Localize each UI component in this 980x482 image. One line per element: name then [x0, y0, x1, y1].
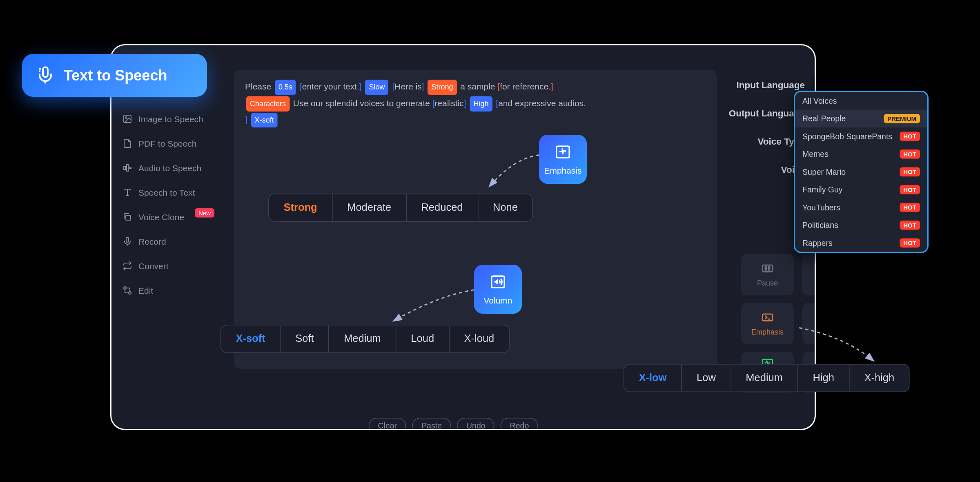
text-to-speech-badge: Text to Speech	[22, 54, 207, 97]
mic-icon	[36, 66, 55, 85]
voice-dropdown-label: Family Guy	[802, 185, 843, 194]
editor-text: a sample	[460, 82, 497, 91]
hot-badge: HOT	[900, 132, 920, 141]
pitch-options: X-low Low Medium High X-high	[624, 364, 910, 392]
mic-icon	[122, 237, 132, 246]
pitch-option-xhigh[interactable]: X-high	[849, 365, 909, 392]
svg-rect-4	[129, 167, 131, 169]
svg-point-8	[129, 292, 131, 294]
emphasis-icon	[555, 143, 572, 161]
voice-dropdown-item[interactable]: PoliticiansHOT	[795, 216, 927, 234]
sidebar-item-convert[interactable]: Convert	[111, 254, 225, 278]
pitch-option-low[interactable]: Low	[682, 365, 731, 392]
voice-dropdown-item[interactable]: All Voices	[795, 92, 927, 110]
text-icon	[122, 187, 132, 197]
sidebar-item-speech-to-text[interactable]: Speech to Text	[111, 180, 225, 205]
emphasis-option-reduced[interactable]: Reduced	[406, 194, 478, 221]
svg-point-1	[125, 117, 127, 118]
sidebar: Image to Speech PDF to Speech Audio to S…	[111, 100, 225, 309]
emphasis-option-strong[interactable]: Strong	[269, 194, 333, 221]
voice-dropdown-item[interactable]: MemesHOT	[795, 145, 927, 163]
bracket: ]	[359, 82, 362, 91]
sidebar-item-label: Voice Clone	[138, 212, 184, 222]
redo-button[interactable]: Redo	[501, 418, 538, 430]
field-label: Input Language	[724, 79, 813, 90]
undo-button[interactable]: Undo	[457, 418, 494, 430]
volumn-option-xloud[interactable]: X-loud	[450, 326, 509, 353]
voice-dropdown-item[interactable]: Super MarioHOT	[795, 163, 927, 181]
sidebar-item-edit[interactable]: Edit	[111, 278, 225, 303]
sidebar-item-audio-to-speech[interactable]: Audio to Speech	[111, 156, 225, 180]
voice-dropdown-label: Politicians	[802, 221, 838, 230]
audio-icon	[122, 163, 132, 173]
paste-button[interactable]: Paste	[412, 418, 451, 430]
premium-badge: PREMIUM	[884, 114, 920, 123]
characters-tag[interactable]: Characters	[246, 96, 290, 111]
voice-dropdown-item[interactable]: RappersHOT	[795, 234, 927, 252]
emphasis-callout: Emphasis	[539, 135, 587, 184]
pause-icon	[761, 262, 774, 275]
svg-rect-11	[768, 267, 770, 270]
svg-point-7	[124, 287, 126, 289]
voice-dropdown-label: Super Mario	[802, 167, 846, 177]
sidebar-item-label: Edit	[138, 286, 153, 295]
sidebar-item-label: Record	[138, 237, 166, 246]
voice-dropdown-label: All Voices	[802, 96, 837, 106]
pdf-icon	[122, 138, 132, 148]
sidebar-item-voice-clone[interactable]: Voice Clone New	[111, 205, 225, 229]
editor-text: Please	[245, 82, 274, 91]
volumn-option-medium[interactable]: Medium	[329, 326, 396, 353]
pitch-option-xlow[interactable]: X-low	[624, 365, 682, 392]
tool-sayas[interactable]: abc Say as	[802, 303, 816, 344]
emphasis-option-none[interactable]: None	[478, 194, 532, 221]
voice-dropdown-item[interactable]: Family GuyHOT	[795, 181, 927, 199]
tool-pause[interactable]: Pause	[741, 254, 794, 295]
emphasis-option-moderate[interactable]: Moderate	[332, 194, 406, 221]
sidebar-item-label: PDF to Speech	[138, 138, 196, 148]
svg-rect-9	[762, 265, 773, 272]
sidebar-item-image-to-speech[interactable]: Image to Speech	[111, 107, 225, 131]
volumn-option-loud[interactable]: Loud	[396, 326, 449, 353]
volumn-options: X-soft Soft Medium Loud X-loud	[220, 325, 510, 353]
convert-icon	[122, 261, 132, 271]
pitch-option-high[interactable]: High	[798, 365, 850, 392]
hot-badge: HOT	[900, 203, 920, 212]
voice-type-dropdown[interactable]: All VoicesReal PeoplePREMIUMSpongeBob Sq…	[794, 91, 929, 253]
bracket: ]	[464, 98, 466, 108]
volumn-option-xsoft[interactable]: X-soft	[221, 326, 281, 353]
speed-tag[interactable]: Slow	[365, 80, 389, 95]
emphasis-tag[interactable]: Strong	[428, 80, 457, 95]
tile-label: Emphasis	[751, 328, 784, 337]
clone-icon	[122, 212, 132, 222]
emphasis-icon	[761, 311, 774, 324]
pitch-option-medium[interactable]: Medium	[731, 365, 798, 392]
svg-rect-2	[124, 166, 125, 170]
volume-icon	[490, 273, 507, 290]
volumn-callout: Volumn	[474, 265, 522, 314]
volume-tag[interactable]: X-soft	[251, 112, 278, 127]
pitch-tag[interactable]: High	[470, 96, 492, 111]
bracket: ]	[422, 82, 424, 91]
tool-volume[interactable]: Volume	[802, 254, 816, 295]
editor-text: Here is	[394, 82, 422, 91]
editor-text: and expressive audios.	[498, 98, 586, 108]
sidebar-item-label: Convert	[138, 261, 169, 271]
tool-emphasis[interactable]: Emphasis	[741, 303, 794, 344]
sidebar-item-record[interactable]: Record	[111, 229, 225, 254]
hot-badge: HOT	[900, 167, 920, 177]
sidebar-item-label: Image to Speech	[138, 114, 203, 124]
voice-dropdown-label: Rappers	[802, 239, 833, 248]
clear-button[interactable]: Clear	[369, 418, 406, 430]
voice-dropdown-item[interactable]: Real PeoplePREMIUM	[795, 110, 927, 128]
voice-dropdown-item[interactable]: SpongeBob SquarePantsHOT	[795, 127, 927, 145]
volumn-option-soft[interactable]: Soft	[281, 326, 329, 353]
pause-tag[interactable]: 0.5s	[275, 80, 296, 95]
svg-rect-23	[43, 67, 48, 77]
callout-label: Emphasis	[544, 165, 581, 175]
voice-dropdown-label: Memes	[802, 150, 829, 159]
edit-actions: Clear Paste Undo Redo	[369, 418, 538, 430]
editor-text: realistic	[435, 98, 464, 108]
sidebar-item-pdf-to-speech[interactable]: PDF to Speech	[111, 131, 225, 156]
sidebar-item-label: Speech to Text	[138, 187, 195, 197]
voice-dropdown-item[interactable]: YouTubersHOT	[795, 199, 927, 216]
